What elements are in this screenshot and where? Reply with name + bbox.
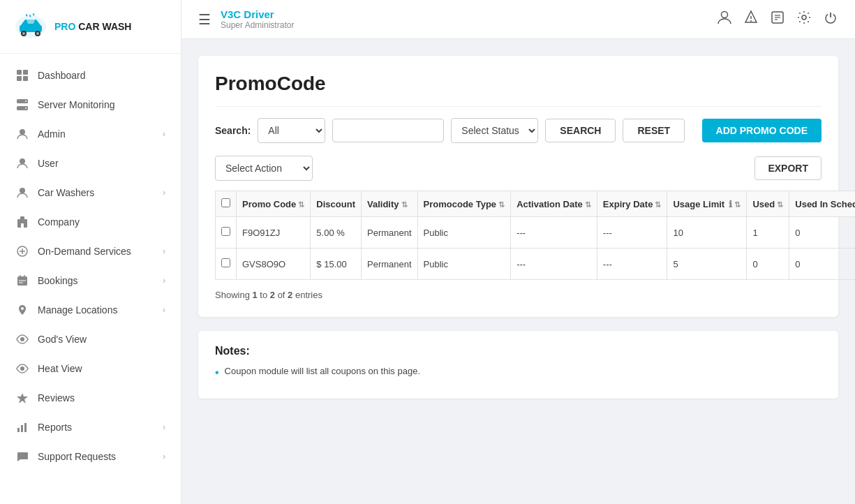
sidebar-item-on-demand-services[interactable]: On-Demand Services › xyxy=(0,237,181,266)
sidebar-nav: Dashboard Server Monitoring Admin › User xyxy=(0,54,181,478)
header-validity[interactable]: Validity xyxy=(361,191,417,217)
row-checkbox-cell xyxy=(216,217,237,249)
on-demand-icon xyxy=(15,244,29,258)
header-activation-date[interactable]: Activation Date xyxy=(511,191,597,217)
svg-point-30 xyxy=(20,366,24,371)
status-select[interactable]: Select StatusActiveInactive xyxy=(451,118,538,143)
svg-point-35 xyxy=(722,12,728,18)
search-row: Search: AllCodeDiscountType Select Statu… xyxy=(215,118,821,143)
reset-button[interactable]: RESET xyxy=(623,119,685,142)
logo-icon xyxy=(14,13,47,40)
chevron-right-icon: › xyxy=(163,246,165,256)
sidebar-item-dashboard[interactable]: Dashboard xyxy=(0,61,181,90)
header-usage-limit[interactable]: Usage Limit ℹ xyxy=(667,191,747,217)
svg-rect-9 xyxy=(23,76,28,81)
cell-promocode-type: Public xyxy=(417,249,511,280)
sidebar-item-label: Reviews xyxy=(38,392,165,403)
svg-point-37 xyxy=(750,20,752,22)
cell-validity: Permanent xyxy=(361,249,417,280)
svg-point-14 xyxy=(20,129,25,135)
row-checkbox[interactable] xyxy=(221,258,230,267)
sidebar-item-reports[interactable]: Reports › xyxy=(0,413,181,442)
header-used[interactable]: Used xyxy=(747,191,789,217)
search-button[interactable]: SEARCH xyxy=(545,119,616,142)
topbar-user-role: Super Administrator xyxy=(221,20,707,30)
server-monitoring-icon xyxy=(15,98,29,112)
topbar: ☰ V3C Driver Super Administrator xyxy=(181,0,855,39)
header-used-in-schedule: Used In Schedule Booking ℹ xyxy=(789,191,855,217)
power-icon[interactable] xyxy=(823,10,838,29)
select-action-dropdown[interactable]: Select ActionDelete xyxy=(215,156,313,181)
sidebar-logo: PRO CAR WASH xyxy=(0,0,181,54)
chevron-right-icon: › xyxy=(163,276,165,286)
add-promo-code-button[interactable]: ADD PROMO CODE xyxy=(702,119,821,142)
sidebar-item-manage-locations[interactable]: Manage Locations › xyxy=(0,295,181,325)
topbar-user-info: V3C Driver Super Administrator xyxy=(221,8,707,30)
support-requests-icon xyxy=(15,450,29,464)
chevron-right-icon: › xyxy=(163,129,165,139)
select-all-checkbox[interactable] xyxy=(221,198,230,207)
row-checkbox-cell xyxy=(216,249,237,280)
svg-rect-32 xyxy=(17,428,20,432)
car-washers-icon xyxy=(15,186,29,200)
search-label: Search: xyxy=(215,125,251,136)
svg-point-13 xyxy=(25,108,27,109)
search-filter-select[interactable]: AllCodeDiscountType xyxy=(258,118,325,143)
cell-usage-limit: 5 xyxy=(667,249,747,280)
row-checkbox[interactable] xyxy=(221,227,230,236)
svg-rect-6 xyxy=(17,70,22,75)
table-row: GVS8O9O $ 15.00 Permanent Public --- ---… xyxy=(216,249,856,280)
sidebar-item-company[interactable]: Company xyxy=(0,207,181,237)
edit-icon[interactable] xyxy=(770,10,785,29)
svg-point-16 xyxy=(20,188,25,193)
topbar-actions xyxy=(717,10,838,29)
sidebar-item-label: On-Demand Services xyxy=(38,246,154,257)
svg-marker-31 xyxy=(17,393,28,403)
svg-rect-18 xyxy=(20,216,24,220)
export-button[interactable]: EXPORT xyxy=(754,156,821,180)
content-area: PromoCode Search: AllCodeDiscountType Se… xyxy=(181,39,855,504)
header-promocode-type[interactable]: Promocode Type xyxy=(417,191,511,217)
svg-rect-34 xyxy=(24,423,27,432)
menu-toggle-button[interactable]: ☰ xyxy=(198,11,211,28)
header-checkbox-col xyxy=(216,191,237,217)
main-area: ☰ V3C Driver Super Administrator xyxy=(181,0,855,504)
search-input[interactable] xyxy=(332,119,444,142)
cell-used-in-schedule: 0 xyxy=(789,217,855,249)
header-promo-code[interactable]: Promo Code xyxy=(237,191,311,217)
notes-list: • Coupon module will list all coupons on… xyxy=(215,366,821,380)
svg-point-29 xyxy=(20,337,24,341)
header-expiry-date[interactable]: Expiry Date xyxy=(597,191,667,217)
sidebar-item-reviews[interactable]: Reviews xyxy=(0,383,181,413)
reports-icon xyxy=(15,420,29,434)
promo-code-card: PromoCode Search: AllCodeDiscountType Se… xyxy=(198,56,838,317)
cell-discount: $ 15.00 xyxy=(311,249,362,280)
sidebar-item-label: Car Washers xyxy=(38,187,154,198)
chevron-right-icon: › xyxy=(163,188,165,198)
sidebar-item-user[interactable]: User xyxy=(0,149,181,178)
notes-title: Notes: xyxy=(215,345,821,357)
svg-rect-8 xyxy=(17,76,22,81)
reviews-icon xyxy=(15,391,29,405)
cell-promocode-type: Public xyxy=(417,217,511,249)
user-profile-icon[interactable] xyxy=(717,10,732,29)
svg-point-12 xyxy=(25,101,27,102)
settings-icon[interactable] xyxy=(796,10,812,29)
sidebar-item-bookings[interactable]: Bookings › xyxy=(0,266,181,295)
sidebar-item-heat-view[interactable]: Heat View xyxy=(0,354,181,383)
sidebar-item-car-washers[interactable]: Car Washers › xyxy=(0,178,181,207)
logo-text: PRO CAR WASH xyxy=(54,21,131,32)
svg-point-4 xyxy=(22,32,25,35)
sidebar-item-admin[interactable]: Admin › xyxy=(0,119,181,149)
chevron-right-icon: › xyxy=(163,305,165,315)
user-icon xyxy=(15,156,29,170)
sidebar-item-server-monitoring[interactable]: Server Monitoring xyxy=(0,90,181,119)
sidebar-item-gods-view[interactable]: God's View xyxy=(0,325,181,354)
manage-locations-icon xyxy=(15,303,29,317)
bookings-icon xyxy=(15,274,29,288)
alert-icon[interactable] xyxy=(743,10,759,29)
cell-promo-code: GVS8O9O xyxy=(237,249,311,280)
cell-activation-date: --- xyxy=(511,249,597,280)
sidebar-item-support-requests[interactable]: Support Requests › xyxy=(0,442,181,471)
sidebar-item-label: Server Monitoring xyxy=(38,99,165,110)
